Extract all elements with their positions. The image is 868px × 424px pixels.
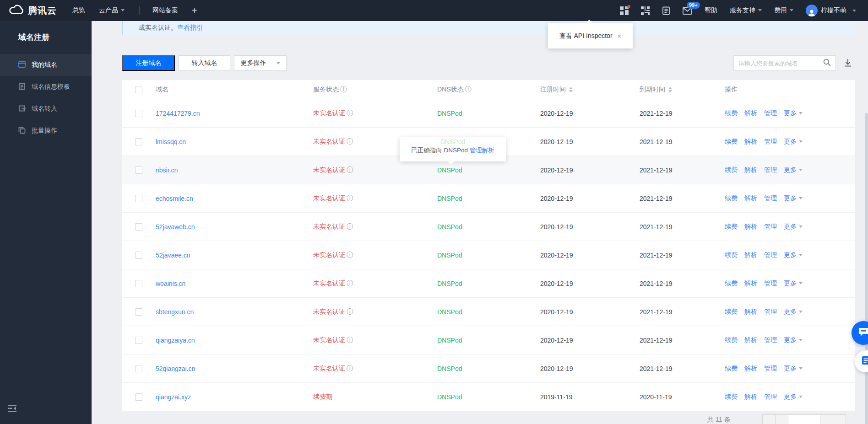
tencent-cloud-logo[interactable]: 腾讯云 [0, 4, 72, 17]
domain-link[interactable]: sbtengxun.cn [156, 308, 194, 316]
info-icon[interactable]: ⓘ [347, 279, 353, 288]
resolve-link[interactable]: 解析 [744, 279, 757, 288]
domain-link[interactable]: 52qiangzai.cn [156, 365, 195, 372]
row-checkbox[interactable] [135, 365, 142, 372]
info-icon[interactable]: ⓘ [340, 86, 347, 94]
register-domain-button[interactable]: 注册域名 [122, 55, 175, 71]
message-icon[interactable]: 99+ [683, 7, 692, 15]
sidebar-item-batch-operations[interactable]: 批量操作 [0, 120, 92, 142]
resolve-link[interactable]: 解析 [744, 336, 757, 344]
info-icon[interactable]: ⓘ [465, 86, 472, 94]
sidebar-item-my-domains[interactable]: 我的域名 [0, 54, 92, 76]
nav-cloud-products[interactable]: 云产品 [99, 6, 125, 15]
close-icon[interactable]: × [618, 32, 622, 40]
renew-link[interactable]: 续费 [725, 365, 738, 373]
row-checkbox[interactable] [135, 393, 142, 401]
nav-overview[interactable]: 总览 [72, 6, 85, 15]
manage-link[interactable]: 管理 [764, 308, 777, 316]
renew-link[interactable]: 续费 [725, 109, 738, 118]
doc-helper-button[interactable] [855, 350, 868, 372]
more-dropdown[interactable]: 更多 [784, 223, 803, 231]
qr-code-icon[interactable] [641, 6, 650, 15]
more-dropdown[interactable]: 更多 [784, 365, 803, 373]
sort-icon[interactable] [668, 87, 672, 92]
info-icon[interactable]: ⓘ [347, 109, 353, 118]
manage-link[interactable]: 管理 [764, 393, 777, 401]
manage-link[interactable]: 管理 [764, 166, 777, 174]
more-dropdown[interactable]: 更多 [784, 279, 803, 288]
row-checkbox[interactable] [135, 252, 142, 259]
domain-link[interactable]: woainis.cn [156, 280, 185, 287]
manage-dns-link[interactable]: 管理解析 [470, 147, 494, 154]
domain-link[interactable]: 1724417279.cn [156, 110, 200, 117]
select-all-checkbox[interactable] [135, 86, 142, 93]
domain-link[interactable]: 52javaee.cn [156, 252, 190, 259]
renew-link[interactable]: 续费 [725, 393, 738, 401]
resolve-link[interactable]: 解析 [744, 308, 757, 316]
more-dropdown[interactable]: 更多 [784, 138, 803, 146]
sort-icon[interactable] [569, 87, 573, 92]
col-expires[interactable]: 到期时间 [640, 80, 672, 99]
user-menu[interactable]: 柠檬不萌 [806, 5, 856, 16]
nav-help[interactable]: 帮助 [705, 6, 717, 15]
domain-link[interactable]: qiangzaiya.cn [156, 337, 195, 344]
info-icon[interactable]: ⓘ [347, 166, 353, 174]
api-inspector-icon[interactable] [620, 6, 629, 15]
sidebar-item-domain-templates[interactable]: 域名信息模板 [0, 76, 92, 98]
renew-link[interactable]: 续费 [725, 166, 738, 174]
row-checkbox[interactable] [135, 195, 142, 202]
prev-page-button[interactable] [775, 414, 788, 424]
resolve-link[interactable]: 解析 [744, 194, 757, 203]
row-checkbox[interactable] [135, 280, 142, 287]
row-checkbox[interactable] [135, 308, 142, 316]
info-icon[interactable]: ⓘ [347, 138, 353, 146]
row-checkbox[interactable] [135, 337, 142, 344]
row-checkbox[interactable] [135, 110, 142, 117]
col-registered[interactable]: 注册时间 [540, 80, 573, 99]
domain-link[interactable]: 52javaweb.cn [156, 223, 195, 231]
renew-link[interactable]: 续费 [725, 279, 738, 288]
manage-link[interactable]: 管理 [764, 279, 777, 288]
row-checkbox[interactable] [135, 138, 142, 145]
info-icon[interactable]: ⓘ [347, 194, 353, 203]
info-icon[interactable]: ⓘ [347, 223, 353, 231]
transfer-domain-button[interactable]: 转入域名 [179, 55, 230, 71]
sidebar-item-domain-transfer-in[interactable]: 域名转入 [0, 98, 92, 120]
first-page-button[interactable] [762, 414, 776, 424]
manage-link[interactable]: 管理 [764, 138, 777, 146]
download-icon[interactable] [843, 58, 852, 69]
more-dropdown[interactable]: 更多 [784, 194, 803, 203]
resolve-link[interactable]: 解析 [744, 223, 757, 231]
info-icon[interactable]: ⓘ [347, 308, 353, 316]
more-actions-button[interactable]: 更多操作 [234, 55, 287, 71]
more-dropdown[interactable]: 更多 [784, 109, 803, 118]
renew-link[interactable]: 续费 [725, 138, 738, 146]
nav-billing[interactable]: 费用 [774, 6, 793, 15]
more-dropdown[interactable]: 更多 [784, 393, 803, 401]
manage-link[interactable]: 管理 [764, 109, 777, 118]
search-icon[interactable] [823, 59, 831, 68]
sidebar-collapse-button[interactable] [8, 405, 17, 414]
row-checkbox[interactable] [135, 223, 142, 231]
vertical-scrollbar[interactable] [865, 113, 868, 424]
next-page-button[interactable] [820, 414, 833, 424]
notice-guide-link[interactable]: 查看指引 [177, 24, 203, 32]
more-dropdown[interactable]: 更多 [784, 251, 803, 259]
domain-link[interactable]: echosmile.cn [156, 195, 193, 202]
manage-link[interactable]: 管理 [764, 365, 777, 373]
manage-link[interactable]: 管理 [764, 251, 777, 259]
renew-link[interactable]: 续费 [725, 251, 738, 259]
resolve-link[interactable]: 解析 [744, 393, 757, 401]
add-tab-button[interactable]: + [192, 5, 197, 16]
resolve-link[interactable]: 解析 [744, 251, 757, 259]
more-dropdown[interactable]: 更多 [784, 166, 803, 174]
domain-link[interactable]: nbsir.cn [156, 166, 178, 174]
renew-link[interactable]: 续费 [725, 194, 738, 203]
info-icon[interactable]: ⓘ [347, 251, 353, 259]
domain-link[interactable]: qiangzai.xyz [156, 393, 191, 401]
nav-support[interactable]: 服务支持 [730, 6, 762, 15]
renew-link[interactable]: 续费 [725, 336, 738, 344]
resolve-link[interactable]: 解析 [744, 109, 757, 118]
domain-link[interactable]: lmissqq.cn [156, 138, 186, 145]
info-icon[interactable]: ⓘ [347, 336, 353, 344]
